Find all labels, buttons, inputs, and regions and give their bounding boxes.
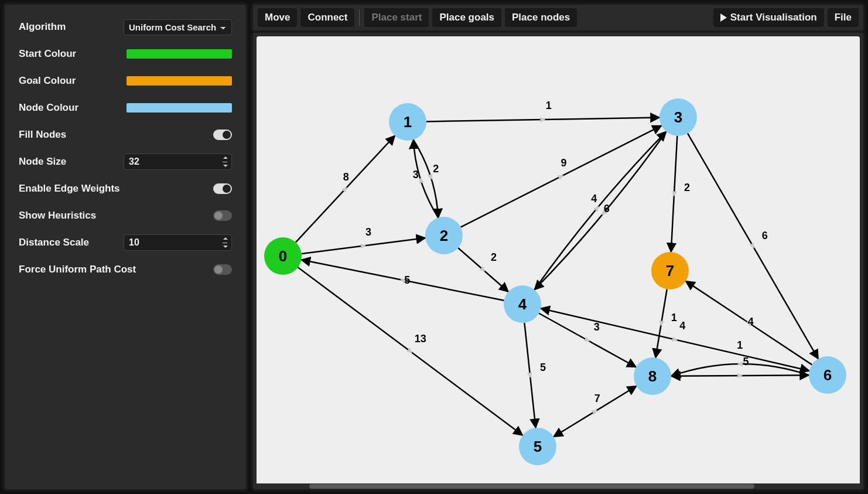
edge-weight-label: 13 [414,332,428,345]
graph-node-1[interactable]: 1 [389,103,426,141]
edge-weight-label: 1 [670,311,678,323]
node-size-input[interactable]: 32 [124,154,232,170]
move-button[interactable]: Move [258,8,297,27]
edge-weight-label: 3 [364,226,373,238]
force-uniform-toggle[interactable] [213,264,232,275]
graph-node-3[interactable]: 3 [659,98,697,136]
goal-colour-label: Goal Colour [19,75,76,87]
graph-node-2[interactable]: 2 [425,217,463,254]
settings-sidebar: Algorithm Uniform Cost Search Start Colo… [2,2,248,492]
edge-weight-label: 5 [403,274,411,286]
edge-weight-label: 5 [741,356,750,368]
graph-node-8[interactable]: 8 [634,357,671,395]
main-panel: Move Connect Place start Place goals Pla… [251,2,866,492]
fill-nodes-toggle[interactable] [213,130,232,140]
show-heuristics-label: Show Heuristics [19,210,96,222]
node-colour-swatch[interactable] [127,103,232,113]
edge-weight-label: 2 [683,181,691,193]
graph-node-6[interactable]: 6 [809,356,846,394]
toolbar: Move Connect Place start Place goals Pla… [251,2,866,33]
place-goals-button[interactable]: Place goals [432,8,501,27]
place-nodes-button[interactable]: Place nodes [505,8,577,27]
edge-weight-label: 5 [539,362,547,374]
node-size-label: Node Size [19,156,66,168]
node-colour-label: Node Colour [19,102,78,114]
graph-node-0[interactable]: 0 [264,237,302,275]
fill-nodes-label: Fill Nodes [19,129,66,141]
enable-edge-weights-label: Enable Edge Weights [19,183,120,195]
graph-node-7[interactable]: 7 [651,252,689,289]
graph-node-4[interactable]: 4 [504,285,541,323]
toolbar-separator [359,9,360,26]
algorithm-select[interactable]: Uniform Cost Search [124,19,232,35]
start-visualisation-button[interactable]: Start Visualisation [713,8,824,27]
force-uniform-label: Force Uniform Path Cost [19,264,136,275]
file-button[interactable]: File [828,8,859,27]
start-colour-swatch[interactable] [127,49,232,59]
edge-weight-label: 2 [432,162,440,175]
edge-weight-label: 1 [545,100,553,112]
edge-weight-label: 1 [736,339,744,352]
distance-scale-label: Distance Scale [19,237,89,248]
edge-weight-label: 4 [678,319,686,332]
edge-weight-label: 8 [342,171,350,183]
enable-edge-weights-toggle[interactable] [213,183,232,194]
edge[interactable] [534,132,666,290]
start-colour-label: Start Colour [19,48,76,60]
edge-weight-label: 3 [593,321,601,333]
edge-weight-label: 3 [412,169,420,181]
algorithm-label: Algorithm [19,21,66,33]
edge[interactable] [534,132,666,290]
edge-weight-label: 6 [761,229,769,241]
show-heuristics-toggle[interactable] [213,210,232,221]
edge-weight-label: 2 [490,251,498,264]
play-icon [720,13,727,22]
edges-layer [257,36,860,486]
edge-weight-label: 7 [593,392,602,404]
distance-scale-input[interactable]: 10 [124,234,232,251]
goal-colour-swatch[interactable] [127,76,232,86]
edge-weight-label: 4 [747,316,755,328]
graph-canvas[interactable]: 8351312392642654374511012345678 [257,36,860,486]
edge-weight-label: 4 [590,192,598,205]
graph-node-5[interactable]: 5 [519,428,556,465]
edge-weight-label: 6 [603,203,611,215]
edge-weight-label: 9 [560,157,568,169]
connect-button[interactable]: Connect [300,8,354,27]
place-start-button[interactable]: Place start [364,8,429,27]
